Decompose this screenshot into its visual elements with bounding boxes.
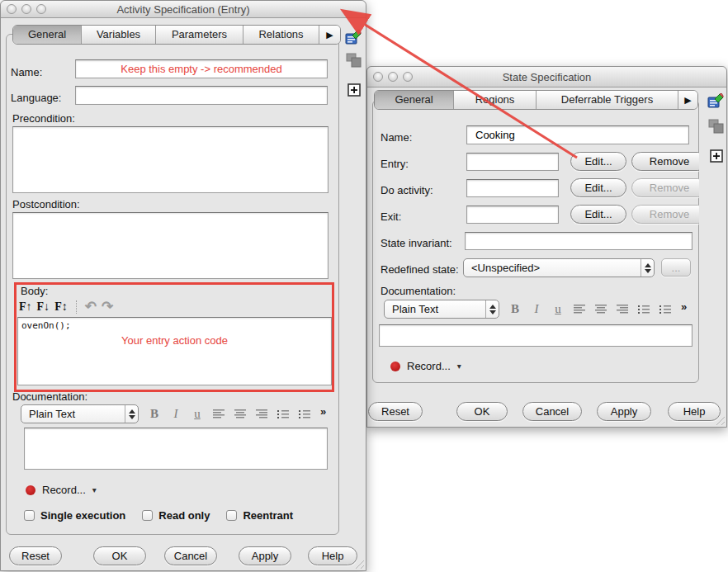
edit-note-icon[interactable]	[345, 30, 362, 45]
more-formatting-button[interactable]: »	[681, 300, 687, 313]
tab-overflow-button[interactable]: ▶	[319, 26, 340, 44]
tab-parameters[interactable]: Parameters	[155, 26, 243, 44]
align-center-icon[interactable]	[234, 409, 246, 418]
add-icon[interactable]	[710, 149, 723, 163]
align-left-icon[interactable]	[213, 409, 225, 418]
single-execution-checkbox[interactable]: Single execution	[24, 509, 125, 522]
do-activity-edit-button[interactable]: Edit...	[570, 178, 626, 197]
do-activity-remove-button: Remove	[631, 178, 699, 197]
exit-edit-button[interactable]: Edit...	[570, 205, 626, 224]
reset-button[interactable]: Reset	[9, 546, 62, 565]
apply-button[interactable]: Apply	[597, 402, 651, 421]
body-label: Body:	[21, 285, 48, 297]
window-titlebar[interactable]: State Specification	[367, 67, 726, 87]
redefined-state-select[interactable]: <Unspecified>	[463, 258, 655, 277]
doc-style-value: Plain Text	[385, 303, 485, 315]
tab-relations[interactable]: Relations	[243, 26, 319, 44]
documentation-textarea[interactable]	[24, 428, 328, 470]
doc-style-select[interactable]: Plain Text	[21, 404, 139, 423]
tab-general[interactable]: General	[375, 91, 453, 109]
name-input[interactable]: Keep this empty -> recommended	[75, 59, 328, 78]
record-icon	[26, 485, 35, 495]
numbered-list-icon[interactable]	[277, 409, 289, 418]
read-only-checkbox[interactable]: Read only	[142, 509, 210, 522]
entry-remove-button[interactable]: Remove	[631, 152, 699, 171]
doc-style-select[interactable]: Plain Text	[384, 300, 499, 319]
do-activity-input[interactable]	[466, 179, 559, 197]
tab-variables[interactable]: Variables	[81, 26, 155, 44]
record-control[interactable]: Record... ▾	[26, 484, 97, 496]
entry-input[interactable]	[466, 153, 559, 171]
align-center-icon[interactable]	[595, 305, 607, 314]
bold-button[interactable]: B	[509, 302, 521, 316]
italic-button[interactable]: I	[531, 302, 542, 316]
state-invariant-input[interactable]	[465, 232, 693, 250]
checkbox-label: Single execution	[40, 509, 125, 522]
postcondition-textarea[interactable]	[12, 212, 329, 279]
bullet-list-icon[interactable]	[659, 305, 671, 314]
record-control[interactable]: Record... ▾	[390, 360, 461, 372]
more-formatting-button[interactable]: »	[320, 405, 326, 418]
apply-button[interactable]: Apply	[239, 546, 291, 565]
postcondition-label: Postcondition:	[12, 198, 80, 210]
bold-button[interactable]: B	[149, 407, 160, 421]
body-code: ovenOn();	[21, 320, 71, 331]
help-button[interactable]: Help	[668, 402, 721, 421]
redefined-state-value: <Unspecified>	[464, 262, 641, 274]
ok-button[interactable]: OK	[93, 546, 146, 565]
name-label: Name:	[381, 131, 412, 144]
body-textarea[interactable]: ovenOn(); Your entry action code	[17, 317, 332, 385]
stamp-icon[interactable]	[708, 118, 725, 135]
language-input[interactable]	[75, 86, 328, 105]
documentation-textarea[interactable]	[379, 324, 693, 347]
reset-button[interactable]: Reset	[368, 402, 423, 421]
tab-general[interactable]: General	[13, 26, 81, 44]
redefined-state-label: Redefined state:	[381, 263, 459, 276]
underline-button[interactable]: u	[191, 407, 203, 421]
stamp-icon[interactable]	[346, 52, 362, 69]
help-button[interactable]: Help	[308, 546, 357, 565]
font-fit-button[interactable]: F↕	[54, 300, 68, 314]
redefined-state-browse-button: ...	[661, 258, 691, 277]
exit-input[interactable]	[466, 206, 559, 224]
cancel-button[interactable]: Cancel	[522, 402, 582, 421]
entry-edit-button[interactable]: Edit...	[570, 152, 626, 171]
checkbox-icon	[142, 510, 153, 521]
checkbox-icon	[226, 510, 237, 521]
stepper-icon	[125, 405, 138, 423]
ok-button[interactable]: OK	[456, 402, 508, 421]
window-titlebar[interactable]: Activity Specification (Entry)	[1, 1, 366, 18]
undo-icon[interactable]: ↶	[85, 298, 97, 315]
record-label: Record...	[407, 360, 451, 372]
documentation-label: Documentation:	[381, 285, 456, 297]
exit-label: Exit:	[381, 210, 401, 223]
entry-label: Entry:	[381, 158, 409, 170]
doc-style-value: Plain Text	[21, 408, 125, 420]
state-specification-window: State Specification General Regions Defe…	[366, 66, 727, 428]
precondition-textarea[interactable]	[12, 126, 329, 193]
italic-button[interactable]: I	[170, 407, 182, 421]
underline-button[interactable]: u	[552, 302, 564, 316]
state-invariant-label: State invariant:	[381, 237, 452, 249]
activity-specification-window: Activity Specification (Entry) General V…	[0, 0, 366, 571]
name-input[interactable]: Cooking	[466, 125, 689, 144]
align-right-icon[interactable]	[256, 409, 267, 418]
align-left-icon[interactable]	[574, 305, 585, 314]
font-decrease-button[interactable]: F↓	[37, 300, 50, 314]
reentrant-checkbox[interactable]: Reentrant	[226, 509, 293, 522]
numbered-list-icon[interactable]	[638, 305, 650, 314]
redo-icon[interactable]: ↷	[102, 298, 113, 315]
record-icon	[390, 362, 400, 371]
chevron-down-icon: ▾	[457, 362, 461, 371]
tab-regions[interactable]: Regions	[453, 91, 536, 109]
align-right-icon[interactable]	[617, 305, 628, 314]
tab-deferrable-triggers[interactable]: Deferrable Triggers	[536, 91, 678, 109]
font-increase-button[interactable]: F↑	[19, 300, 32, 314]
bullet-list-icon[interactable]	[299, 409, 310, 418]
tab-overflow-button[interactable]: ▶	[678, 91, 697, 109]
do-activity-label: Do activity:	[381, 184, 433, 196]
body-annotation: Your entry action code	[18, 334, 331, 347]
cancel-button[interactable]: Cancel	[164, 546, 217, 565]
edit-note-icon[interactable]	[707, 93, 724, 109]
add-icon[interactable]	[347, 83, 361, 97]
